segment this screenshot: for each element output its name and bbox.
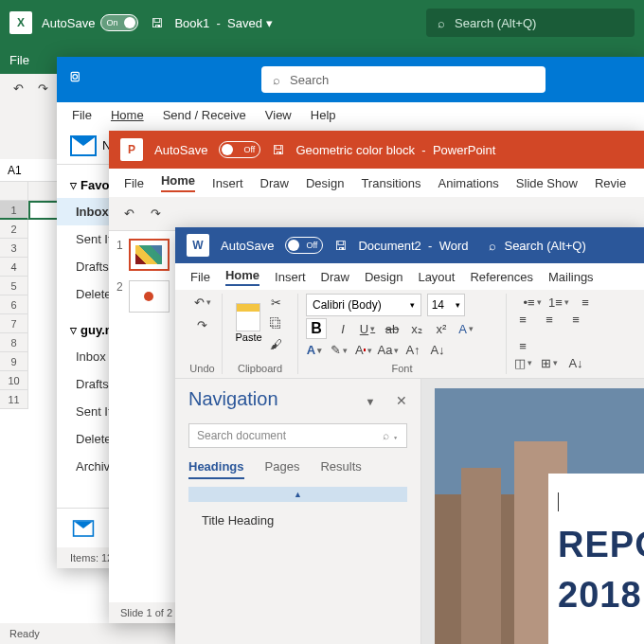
undo-icon[interactable]: ↶: [9, 80, 27, 97]
row-header[interactable]: 4: [0, 258, 28, 277]
format-painter-icon[interactable]: 🖌: [268, 335, 285, 352]
tab-review[interactable]: Revie: [595, 176, 626, 190]
nav-tab-headings[interactable]: Headings: [188, 459, 244, 479]
save-icon[interactable]: 🖫: [148, 14, 165, 31]
doc-title[interactable]: Geometric color block - PowerPoint: [295, 143, 495, 157]
sort-icon[interactable]: A↓: [567, 354, 584, 371]
superscript-button[interactable]: x²: [433, 320, 450, 337]
save-icon[interactable]: 🖫: [334, 239, 347, 253]
autosave-toggle[interactable]: AutoSave On: [42, 14, 138, 31]
bold-button[interactable]: B: [306, 318, 327, 339]
search-icon: ⌕: [273, 73, 280, 87]
redo-icon[interactable]: ↷: [194, 316, 211, 333]
nav-close-icon[interactable]: ✕: [396, 393, 407, 408]
justify-icon[interactable]: ≡: [514, 337, 531, 354]
doc-title[interactable]: Document2 - Word: [358, 239, 468, 253]
word-document-area[interactable]: REPO 2018: [421, 379, 644, 644]
title-text-box[interactable]: REPO 2018: [548, 474, 644, 644]
align-left-icon[interactable]: ≡: [514, 311, 531, 328]
font-size-selector[interactable]: 14▾: [427, 294, 465, 316]
pp-tabs: File Home Insert Draw Design Transitions…: [109, 169, 644, 197]
row-header[interactable]: 6: [0, 295, 28, 314]
row-header[interactable]: 9: [0, 352, 28, 371]
row-header[interactable]: 2: [0, 220, 28, 239]
nav-heading-item[interactable]: Title Heading: [188, 510, 407, 531]
underline-button[interactable]: U: [359, 320, 376, 337]
slide-thumb-2[interactable]: 2: [116, 280, 170, 313]
tab-send-receive[interactable]: Send / Receive: [163, 108, 246, 122]
search-box[interactable]: ⌕ Search (Alt+Q): [489, 239, 585, 253]
grow-font-icon[interactable]: A↑: [404, 342, 421, 359]
search-box[interactable]: ⌕ Search (Alt+Q): [426, 9, 635, 37]
text-effects-icon[interactable]: A: [457, 320, 474, 337]
nav-collapse-bar[interactable]: ▲: [188, 487, 407, 502]
row-header[interactable]: 1: [0, 201, 28, 220]
tab-layout[interactable]: Layout: [418, 270, 455, 284]
tab-draw[interactable]: Draw: [321, 270, 349, 284]
search-box[interactable]: ⌕ Search: [261, 66, 546, 93]
tab-file[interactable]: File: [9, 53, 29, 67]
nav-tab-pages[interactable]: Pages: [265, 459, 300, 479]
borders-icon[interactable]: ⊞: [541, 354, 558, 371]
redo-icon[interactable]: ↷: [147, 206, 164, 223]
powerpoint-logo-icon: P: [120, 138, 143, 161]
name-box[interactable]: [8, 164, 45, 177]
tab-transitions[interactable]: Transitions: [361, 176, 420, 190]
row-header[interactable]: 5: [0, 277, 28, 295]
tab-home[interactable]: Home: [161, 173, 195, 192]
nav-tab-results[interactable]: Results: [320, 459, 361, 479]
bullets-icon[interactable]: •≡: [524, 294, 541, 311]
tab-slideshow[interactable]: Slide Show: [516, 176, 578, 190]
paste-button[interactable]: Paste: [235, 303, 261, 343]
tab-file[interactable]: File: [72, 108, 92, 122]
undo-icon[interactable]: ↶: [194, 294, 211, 311]
row-header[interactable]: 3: [0, 239, 28, 258]
tab-help[interactable]: Help: [311, 108, 336, 122]
new-mail-icon[interactable]: [70, 135, 97, 156]
tab-insert[interactable]: Insert: [275, 270, 306, 284]
mail-nav-icon[interactable]: [73, 520, 94, 537]
text-fill-icon[interactable]: A: [306, 342, 323, 359]
tab-design[interactable]: Design: [306, 176, 344, 190]
cut-icon[interactable]: ✂: [268, 294, 285, 311]
save-icon[interactable]: 🖫: [272, 143, 284, 157]
italic-button[interactable]: I: [334, 320, 351, 337]
nav-menu-icon[interactable]: ▼: [366, 396, 376, 407]
numbering-icon[interactable]: 1≡: [550, 294, 567, 311]
row-header[interactable]: 7: [0, 314, 28, 333]
tab-mailings[interactable]: Mailings: [548, 270, 594, 284]
tab-home[interactable]: Home: [225, 268, 259, 286]
tab-animations[interactable]: Animations: [438, 176, 499, 190]
change-case-icon[interactable]: Aa: [380, 342, 397, 359]
autosave-toggle[interactable]: Off: [219, 141, 260, 158]
autosave-toggle[interactable]: Off: [285, 237, 323, 254]
tab-home[interactable]: Home: [111, 108, 144, 122]
row-header[interactable]: 11: [0, 390, 28, 409]
toggle-switch-icon[interactable]: On: [100, 14, 138, 31]
copy-icon[interactable]: ⿻: [268, 314, 285, 331]
tab-draw[interactable]: Draw: [260, 176, 289, 190]
undo-icon[interactable]: ↶: [120, 206, 137, 223]
multilevel-icon[interactable]: ≡: [577, 294, 594, 311]
shrink-font-icon[interactable]: A↓: [429, 342, 446, 359]
slide-thumb-1[interactable]: 1: [116, 239, 170, 271]
align-right-icon[interactable]: ≡: [567, 311, 584, 328]
tab-view[interactable]: View: [265, 108, 292, 122]
strikethrough-button[interactable]: ab: [384, 320, 401, 337]
font-color-icon[interactable]: A: [355, 342, 372, 359]
font-selector[interactable]: Calibri (Body)▾: [306, 294, 421, 316]
align-center-icon[interactable]: ≡: [541, 311, 558, 328]
tab-insert[interactable]: Insert: [212, 176, 243, 190]
highlight-icon[interactable]: ✎: [331, 342, 348, 359]
tab-file[interactable]: File: [124, 176, 144, 190]
row-header[interactable]: 10: [0, 371, 28, 390]
shading-icon[interactable]: ◫: [514, 354, 531, 371]
tab-design[interactable]: Design: [365, 270, 402, 284]
doc-title[interactable]: Book1 - Saved ▾: [174, 16, 272, 30]
row-header[interactable]: 8: [0, 333, 28, 352]
tab-file[interactable]: File: [190, 270, 210, 284]
tab-references[interactable]: References: [470, 270, 532, 284]
subscript-button[interactable]: x₂: [408, 320, 425, 337]
redo-icon[interactable]: ↷: [34, 80, 51, 97]
nav-search-input[interactable]: Search document ⌕ ▾: [188, 423, 407, 448]
